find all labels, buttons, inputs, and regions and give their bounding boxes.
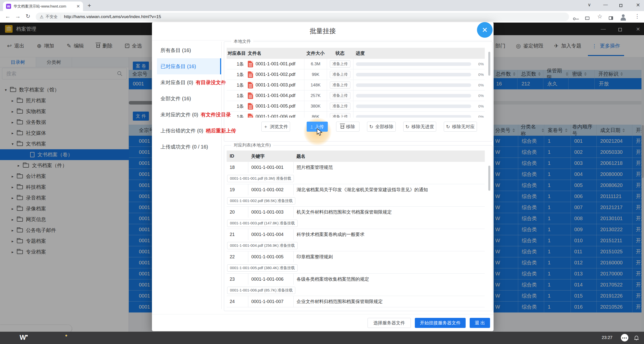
file-chip[interactable]: 0001-1-001-004.pdf (256.9K) 准备挂载 <box>227 242 298 249</box>
mapping-row[interactable]: 19 0001-1-001-002 湖北省档案局关于印发《湖北省机关荣誉室建设指… <box>227 184 485 195</box>
local-files-legend: 本地文件 <box>231 38 253 44</box>
browse-files-button[interactable]: ＋浏览文件 <box>261 122 290 132</box>
modal-nav: 所有条目 (16) 已对应条目 (16) 未对应条目 (0) 有目录没文件 全部… <box>157 42 221 155</box>
progress-percent: 0% <box>475 104 484 108</box>
remove-all-button[interactable]: ↻全部移除 <box>367 122 396 132</box>
mouse-cursor <box>316 128 323 136</box>
modal-nav-item[interactable]: 上传成功文件 (0 / 16) <box>157 139 221 155</box>
browser-close-button[interactable]: ✕ <box>636 2 640 8</box>
remove-button[interactable]: 移除 <box>336 122 359 132</box>
local-file-row[interactable]: 1条 0001-1-001-004.pdf 257K 准备上传 0% <box>227 90 485 101</box>
divider <box>152 40 494 40</box>
status-badge: 准备上传 <box>330 103 350 110</box>
url-text[interactable]: http://hams.vaiwan.com/Lams/vue/index.ht… <box>64 14 161 19</box>
file-chip[interactable]: 0001-1-001-003.pdf (147.8K) 准备挂载 <box>227 220 298 227</box>
modal-nav-item[interactable]: 未对应条目 (0) 有目录没文件 <box>157 74 221 90</box>
mapping-row[interactable]: 21 0001-1-001-004 科学技术档案案卷构成的一般要求 <box>227 229 485 240</box>
nav-item-label: 未对应的文件 (0) <box>160 111 198 118</box>
start-button[interactable]: W <box>20 334 26 341</box>
start-attach-server-files-button[interactable]: 开始挂接服务器文件 <box>415 318 466 328</box>
security-label[interactable]: 不安全 <box>46 14 58 20</box>
pdf-icon <box>248 114 253 118</box>
pdf-icon <box>248 61 253 67</box>
local-file-row[interactable]: 1条 0001-1-001-003.pdf 148K 准备上传 0% <box>227 80 485 90</box>
modal-close-button[interactable]: ✕ <box>477 22 493 38</box>
forward-icon[interactable]: → <box>15 13 21 20</box>
back-icon[interactable]: ← <box>5 13 11 20</box>
chip-row: 0001-1-001-005.pdf (380.4K) 准备挂载 <box>227 262 485 273</box>
file-chip[interactable]: 0001-1-001-002.pdf (98.5K) 准备挂载 <box>227 197 295 205</box>
clock[interactable]: 23:27 <box>602 335 613 340</box>
bookmark-star-icon[interactable]: ☆ <box>597 13 602 20</box>
modal-footer: 选择服务器文件 开始挂接服务器文件 退 出 <box>152 314 494 331</box>
browser-tab[interactable]: W 华文档案演示站-www.hwxt.com ✕ <box>3 2 83 11</box>
plus-icon: ＋ <box>263 124 268 130</box>
progress-bar <box>356 83 471 87</box>
remove-no-match-button[interactable]: ↻移除无对应 <box>444 122 477 132</box>
mapping-row[interactable]: 23 0001-1-001-006 各级各类档案馆收集档案范围的规定 <box>227 274 485 285</box>
modal-nav-item[interactable]: 上传出错的文件 (0) 稍后重新上传 <box>157 123 221 139</box>
file-name: 0001-1-001-003.pdf <box>256 82 295 88</box>
pdf-icon <box>248 92 253 99</box>
modal-nav-item[interactable]: 未对应的文件 (0) 有文件没目录 <box>157 107 221 123</box>
local-files-section: 本地文件 对应条目 文件名 文件大小 状态 进度 1条 0001-1-001-0… <box>224 41 493 141</box>
progress-bar <box>356 62 471 66</box>
chat-bubble-icon[interactable]: ●●● <box>621 334 628 341</box>
status-badge: 准备上传 <box>330 60 350 68</box>
progress-bar <box>356 94 471 97</box>
tab-title: 华文档案演示站-www.hwxt.com <box>14 4 74 9</box>
scrollbar-thumb[interactable] <box>488 166 490 191</box>
side-panel-icon[interactable] <box>609 15 613 21</box>
refresh-icon: ↻ <box>446 124 450 130</box>
tab-close-icon[interactable]: ✕ <box>76 4 80 9</box>
batch-attach-modal: 批量挂接 ✕ 所有条目 (16) 已对应条目 (16) 未对应条目 (0) 有目… <box>152 22 494 331</box>
mapping-row[interactable]: 24 0001-1-001-007 企业文件材料归档范围和档案保管期限规定 <box>227 296 485 307</box>
file-chip[interactable]: 0001-1-001-006.pdf (85.7K) 准备挂载 <box>227 287 295 294</box>
browser-maximize-button[interactable] <box>619 3 622 8</box>
mapping-list-section: 对应列表(本地文件) ID 关键字 题名 18 0001-1-001-001 照 <box>224 145 493 311</box>
progress-percent: 0% <box>475 93 484 98</box>
browser-profile-chevron-icon[interactable]: ∨ <box>588 2 591 8</box>
notification-bell-icon[interactable] <box>633 335 639 341</box>
password-key-icon[interactable] <box>573 15 576 22</box>
browser-menu-kebab-icon[interactable]: ⋮ <box>634 13 640 20</box>
reload-icon[interactable]: ↻ <box>26 13 30 20</box>
file-name: 0001-1-001-004.pdf <box>256 93 295 98</box>
new-tab-button[interactable]: + <box>88 2 91 9</box>
modal-nav-item[interactable]: 所有条目 (16) <box>157 42 221 58</box>
site-favicon: W <box>6 4 11 9</box>
mapping-row[interactable]: 22 0001-1-001-005 印章档案整理规则 <box>227 251 485 262</box>
file-chip[interactable]: 0001-1-001-005.pdf (380.4K) 准备挂载 <box>227 264 298 272</box>
progress-percent: 0% <box>475 115 484 118</box>
file-chip[interactable]: 0001-1-001-001.pdf (6.3M) 准备挂载 <box>227 175 294 182</box>
modal-nav-item[interactable]: 已对应条目 (16) <box>157 58 221 74</box>
local-file-row[interactable]: 1条 0001-1-001-001.pdf 6.3M 准备上传 0% <box>227 59 485 69</box>
progress-percent: 0% <box>475 72 484 77</box>
refresh-icon: ↻ <box>369 124 373 130</box>
file-name: 0001-1-001-001.pdf <box>256 61 295 67</box>
exit-button[interactable]: 退 出 <box>470 318 490 328</box>
mapping-entry: 19 0001-1-001-002 湖北省档案局关于印发《湖北省机关荣誉室建设指… <box>227 184 485 207</box>
modal-nav-item[interactable]: 全部文件 (16) <box>157 90 221 107</box>
divider <box>221 42 222 309</box>
mapping-entry: 20 0001-1-001-003 机关文件材料归档范围和文书档案保管期限规定 … <box>227 207 485 229</box>
pdf-icon <box>248 103 253 110</box>
browser-url-bar: ← → ↻ ⚠ 不安全 http://hams.vaiwan.com/Lams/… <box>0 11 644 23</box>
local-file-row[interactable]: 1条 0001-1-001-002.pdf 99K 准备上传 0% <box>227 69 485 80</box>
local-file-row[interactable]: 1条 0001-1-001-006.pdf 86K 准备上传 0% <box>227 112 485 118</box>
file-name: 0001-1-001-005.pdf <box>256 104 295 109</box>
address-box[interactable]: ⚠ 不安全 http://hams.vaiwan.com/Lams/vue/in… <box>36 13 569 21</box>
choose-server-files-button[interactable]: 选择服务器文件 <box>368 318 411 328</box>
mapping-row[interactable]: 20 0001-1-001-003 机关文件材料归档范围和文书档案保管期限规定 <box>227 207 485 218</box>
scrollbar-thumb[interactable] <box>488 52 490 76</box>
browser-minimize-button[interactable]: — <box>603 2 608 7</box>
pdf-icon <box>248 82 253 88</box>
install-app-icon[interactable] <box>585 15 589 21</box>
chip-row: 0001-1-001-004.pdf (256.9K) 准备挂载 <box>227 240 485 251</box>
mapping-row[interactable]: 18 0001-1-001-001 照片档案管理规范 <box>227 162 485 173</box>
file-name: 0001-1-001-002.pdf <box>256 72 295 77</box>
local-file-row[interactable]: 1条 0001-1-001-005.pdf 380K 准备上传 0% <box>227 101 485 112</box>
local-files-header: 对应条目 文件名 文件大小 状态 进度 <box>227 48 485 59</box>
remove-no-progress-button[interactable]: ↻移除无进度 <box>403 122 436 132</box>
mapping-entry: 18 0001-1-001-001 照片档案管理规范 0001-1-001-00… <box>227 162 485 184</box>
